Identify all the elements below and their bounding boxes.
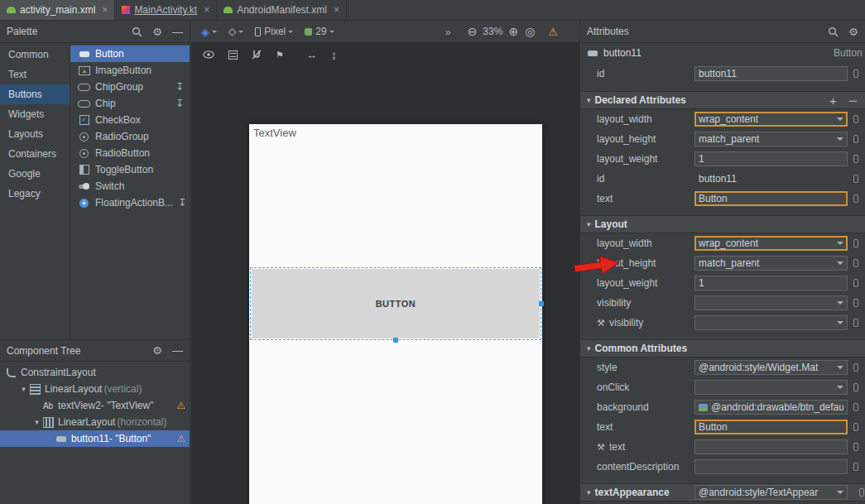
value-id[interactable]: button11 — [694, 171, 848, 186]
flag-icon[interactable] — [853, 443, 858, 451]
palette-category-google[interactable]: Google — [0, 164, 70, 184]
minimize-icon[interactable]: — — [172, 345, 183, 356]
section-header-textappearance[interactable]: ▾textAppearance@android:style/TextAppear — [580, 483, 865, 502]
flag-icon[interactable] — [853, 403, 858, 411]
view-options-icon[interactable] — [203, 50, 214, 59]
flag-icon[interactable] — [853, 299, 858, 307]
add-attribute-button[interactable]: + — [829, 94, 837, 108]
flag-icon[interactable] — [853, 70, 858, 78]
field-layout-height[interactable]: match_parent — [694, 132, 848, 146]
selection-outline[interactable]: BUTTON — [250, 267, 541, 340]
orientation-selector[interactable]: ◇ — [228, 26, 243, 37]
clear-constraints-icon[interactable]: ↔ — [306, 50, 317, 60]
palette-item-radiobutton[interactable]: RadioButton — [70, 145, 190, 161]
gear-icon[interactable]: ⚙ — [848, 26, 858, 37]
dropdown-arrow-icon[interactable] — [837, 262, 843, 268]
api-selector[interactable]: 29 — [305, 26, 334, 37]
zoom-out-button[interactable]: ⊖ — [468, 26, 478, 37]
tree-item-constraintlayout[interactable]: ConstraintLayout — [0, 364, 190, 381]
palette-category-common[interactable]: Common — [0, 45, 70, 65]
search-icon[interactable] — [828, 26, 839, 37]
tab-activity-main-xml[interactable]: activity_main.xml× — [0, 0, 115, 20]
palette-category-layouts[interactable]: Layouts — [0, 124, 70, 144]
resize-handle-right[interactable] — [539, 301, 544, 306]
section-header-declared-attributes[interactable]: ▾Declared Attributes+─ — [580, 91, 865, 109]
tab-androidmanifest-xml[interactable]: AndroidManifest.xml× — [217, 0, 347, 20]
field-text[interactable]: Button — [694, 420, 848, 434]
field-text[interactable] — [694, 439, 848, 454]
chevron-down-icon[interactable]: ▾ — [31, 418, 42, 426]
flag-icon[interactable] — [853, 383, 858, 391]
design-surface-selector[interactable]: ◈ — [201, 26, 217, 38]
field-textappearance[interactable]: @android:style/TextAppear — [694, 485, 848, 500]
field-visibility[interactable] — [694, 295, 848, 310]
palette-item-floatingactionb[interactable]: FloatingActionB...↧ — [70, 194, 190, 211]
palette-category-legacy[interactable]: Legacy — [0, 184, 70, 204]
tab-mainactivity-kt[interactable]: MainActivity.kt× — [115, 0, 217, 20]
default-margins-icon[interactable]: ⚑ — [276, 50, 284, 60]
palette-item-radiogroup[interactable]: RadioGroup — [70, 128, 190, 145]
palette-category-buttons[interactable]: Buttons — [0, 84, 70, 104]
field-text[interactable]: Button — [694, 191, 848, 206]
device-screen[interactable]: TextView BUTTON — [249, 124, 542, 504]
device-selector[interactable]: Pixel — [255, 26, 293, 37]
dropdown-arrow-icon[interactable] — [837, 137, 843, 144]
flag-icon[interactable] — [853, 319, 858, 327]
dropdown-arrow-icon[interactable] — [837, 491, 843, 497]
chevron-down-icon[interactable]: ▾ — [18, 385, 29, 393]
dropdown-arrow-icon[interactable] — [837, 118, 843, 124]
palette-category-text[interactable]: Text — [0, 65, 70, 84]
flag-icon[interactable] — [859, 488, 864, 497]
gear-icon[interactable]: ⚙ — [152, 345, 162, 356]
palette-item-switch[interactable]: Switch — [70, 178, 190, 194]
zoom-in-button[interactable]: ⊕ — [508, 26, 518, 37]
resize-handle-bottom[interactable] — [393, 338, 398, 343]
textview-widget[interactable]: TextView — [253, 127, 296, 139]
field-layout-width[interactable]: wrap_content — [694, 112, 848, 127]
palette-item-checkbox[interactable]: CheckBox — [70, 112, 190, 128]
palette-item-chipgroup[interactable]: ChipGroup↧ — [70, 79, 190, 95]
tree-item-linearlayout[interactable]: ▾LinearLayout(vertical) — [0, 381, 190, 397]
palette-item-button[interactable]: Button — [70, 46, 190, 62]
section-header-layout[interactable]: ▾Layout — [580, 215, 865, 233]
field-layout-height[interactable]: match_parent — [694, 256, 848, 271]
dropdown-arrow-icon[interactable] — [837, 242, 843, 248]
flag-icon[interactable] — [853, 135, 858, 143]
tree-item-linearlayout[interactable]: ▾LinearLayout(horizontal) — [0, 414, 190, 430]
warnings-button[interactable]: ⚠ — [548, 26, 558, 37]
remove-attribute-button[interactable]: ─ — [849, 94, 857, 107]
zoom-fit-button[interactable]: ◎ — [525, 26, 535, 37]
field-layout-weight[interactable]: 1 — [694, 276, 848, 290]
palette-item-chip[interactable]: Chip↧ — [70, 95, 190, 112]
dropdown-arrow-icon[interactable] — [837, 321, 843, 328]
flag-icon[interactable] — [853, 259, 858, 267]
flag-icon[interactable] — [853, 194, 858, 203]
palette-item-imagebutton[interactable]: ImageButton — [70, 62, 190, 79]
section-header-common-attributes[interactable]: ▾Common Attributes — [580, 339, 865, 358]
flag-icon[interactable] — [853, 239, 858, 247]
close-icon[interactable]: × — [204, 5, 209, 15]
tree-item-button11-button[interactable]: ▾button11- "Button"⚠ — [0, 430, 190, 447]
field-layout-weight[interactable]: 1 — [694, 151, 848, 166]
close-icon[interactable]: × — [102, 5, 108, 15]
dropdown-arrow-icon[interactable] — [837, 301, 843, 308]
gear-icon[interactable]: ⚙ — [152, 26, 162, 37]
field-visibility[interactable] — [694, 315, 848, 330]
id-field[interactable]: button11 — [694, 66, 848, 81]
tree-item-textview2-textview[interactable]: ▾textView2- "TextView"⚠ — [0, 397, 190, 414]
overflow-chevrons[interactable]: » — [445, 26, 450, 38]
dropdown-arrow-icon[interactable] — [837, 386, 843, 392]
field-contentdescription[interactable] — [694, 459, 848, 474]
button-widget[interactable]: BUTTON — [252, 269, 540, 338]
flag-icon[interactable] — [853, 423, 858, 431]
minimize-icon[interactable]: — — [172, 26, 183, 37]
palette-category-containers[interactable]: Containers — [0, 144, 70, 164]
dropdown-arrow-icon[interactable] — [837, 366, 843, 372]
flag-icon[interactable] — [853, 363, 858, 372]
field-layout-width[interactable]: wrap_content — [694, 236, 848, 251]
flag-icon[interactable] — [853, 115, 858, 123]
search-icon[interactable] — [132, 26, 142, 37]
infer-constraints-icon[interactable]: ↨ — [331, 50, 337, 60]
field-background[interactable]: @android:drawable/btn_defau — [694, 400, 848, 415]
flag-icon[interactable] — [853, 175, 858, 183]
